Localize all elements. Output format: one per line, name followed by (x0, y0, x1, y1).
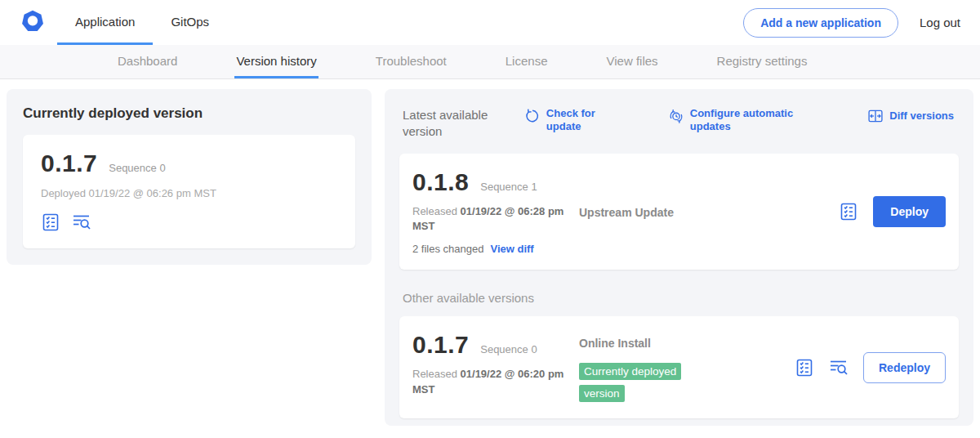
app-logo[interactable] (0, 0, 57, 45)
app-subnav: Dashboard Version history Troubleshoot L… (0, 45, 980, 79)
available-updates-panel: Latest available version Check for updat… (385, 89, 973, 426)
subnav-item-dashboard[interactable]: Dashboard (116, 45, 179, 78)
version-number: 0.1.7 (412, 331, 469, 359)
deploy-logs-icon[interactable] (72, 212, 91, 232)
deploy-button[interactable]: Deploy (873, 196, 946, 227)
subnav-item-version-history[interactable]: Version history (234, 45, 318, 78)
add-new-application-button[interactable]: Add a new application (743, 8, 898, 38)
subnav-item-license[interactable]: License (504, 45, 550, 78)
sequence-label: Sequence 1 (480, 181, 537, 193)
subnav-item-registry-settings[interactable]: Registry settings (715, 45, 809, 78)
topbar-right: Add a new application Log out (743, 0, 980, 45)
currently-deployed-badge: Currently deployed version (579, 363, 681, 401)
version-row: 0.1.7 Sequence 0 (41, 150, 337, 177)
app-logo-icon (20, 8, 46, 38)
released-prefix: Released (412, 368, 457, 380)
other-versions-title: Other available versions (403, 291, 956, 305)
version-source: Upstream Update (579, 203, 839, 220)
preflight-checks-icon[interactable] (41, 212, 60, 232)
latest-available-title: Latest available version (403, 107, 524, 141)
currently-deployed-panel: Currently deployed version 0.1.7 Sequenc… (7, 89, 372, 265)
topbar: Application GitOps Add a new application… (0, 0, 980, 45)
diff-versions-button[interactable]: Diff versions (867, 107, 954, 124)
latest-version-card: 0.1.8 Sequence 1 Released 01/19/22 @ 06:… (399, 154, 959, 270)
currently-deployed-card: 0.1.7 Sequence 0 Deployed 01/19/22 @ 06:… (23, 135, 355, 248)
badge-wrap: Currently deployed version (579, 360, 710, 404)
other-version-card: 0.1.7 Sequence 0 Released 01/19/22 @ 06:… (399, 316, 959, 418)
tab-gitops[interactable]: GitOps (153, 0, 227, 45)
version-number: 0.1.8 (412, 168, 469, 196)
main-content: Currently deployed version 0.1.7 Sequenc… (0, 79, 980, 436)
logout-button[interactable]: Log out (898, 16, 980, 29)
files-changed-row: 2 files changedView diff (412, 243, 579, 255)
version-card-actions: Redeploy (795, 331, 946, 404)
redeploy-button[interactable]: Redeploy (863, 352, 946, 383)
check-for-update-label: Check for update (546, 107, 626, 132)
check-for-update-button[interactable]: Check for update (524, 107, 626, 132)
version-number: 0.1.7 (41, 150, 97, 177)
check-update-icon (524, 108, 541, 124)
available-updates-header: Latest available version Check for updat… (399, 104, 959, 141)
version-source: Online Install Currently deployed versio… (579, 331, 726, 404)
diff-versions-icon (867, 108, 884, 124)
configure-automatic-updates-button[interactable]: Configure automatic updates (668, 107, 825, 132)
configure-automatic-updates-label: Configure automatic updates (690, 107, 825, 132)
tab-application[interactable]: Application (57, 0, 153, 45)
subnav-item-view-files[interactable]: View files (604, 45, 659, 78)
source-label: Online Install (579, 337, 651, 350)
diff-versions-label: Diff versions (889, 110, 954, 123)
released-timestamp: Released 01/19/22 @ 06:20 pm MST (412, 367, 568, 398)
subnav-item-troubleshoot[interactable]: Troubleshoot (374, 45, 448, 78)
released-timestamp: Released 01/19/22 @ 06:28 pm MST (412, 204, 568, 235)
version-actions (41, 212, 337, 232)
sequence-label: Sequence 0 (109, 162, 165, 174)
version-info: 0.1.8 Sequence 1 Released 01/19/22 @ 06:… (412, 168, 579, 256)
deploy-logs-icon[interactable] (829, 358, 849, 378)
preflight-checks-icon[interactable] (839, 202, 858, 221)
auto-updates-icon (668, 108, 684, 124)
top-tabs: Application GitOps (57, 0, 227, 45)
version-info: 0.1.7 Sequence 0 Released 01/19/22 @ 06:… (412, 331, 579, 404)
deployed-timestamp: Deployed 01/19/22 @ 06:26 pm MST (41, 187, 337, 199)
currently-deployed-title: Currently deployed version (23, 105, 355, 122)
view-diff-link[interactable]: View diff (490, 243, 533, 255)
version-card-actions: Deploy (839, 168, 946, 256)
sequence-label: Sequence 0 (480, 343, 537, 355)
preflight-checks-icon[interactable] (795, 358, 814, 378)
released-prefix: Released (412, 205, 457, 217)
source-label: Upstream Update (579, 206, 674, 219)
files-changed-label: 2 files changed (412, 243, 483, 255)
spacer (726, 331, 795, 404)
